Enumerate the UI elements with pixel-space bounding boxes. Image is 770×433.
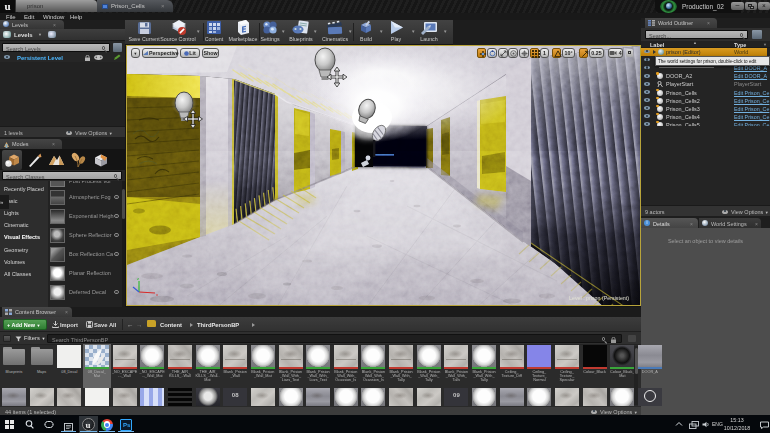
svg-text:z: z — [137, 276, 139, 281]
svg-text:Level : prison (Persistent): Level : prison (Persistent) — [569, 295, 629, 301]
